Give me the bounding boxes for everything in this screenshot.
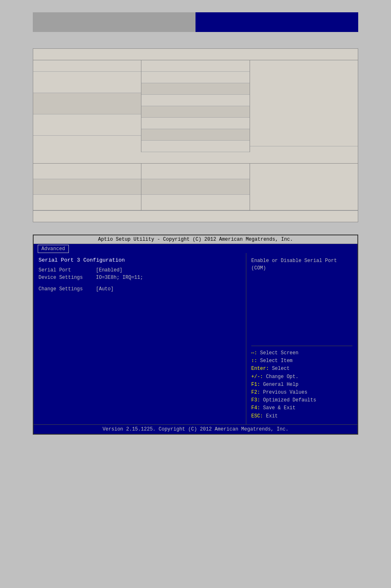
- bios-lower-body: [33, 164, 358, 210]
- bios-label-device-settings: Device Settings: [39, 275, 96, 280]
- bios-cell: [141, 141, 249, 152]
- bios-tab-row: Advanced: [34, 244, 357, 253]
- bios-title-row: [33, 49, 358, 60]
- bios-cell: [33, 60, 141, 72]
- bios-cell: [250, 60, 358, 146]
- bios-divider: [251, 346, 352, 346]
- bios-cell: [141, 72, 249, 83]
- bios-cell: [141, 83, 249, 95]
- bios-top-bar: Aptio Setup Utility - Copyright (C) 2012…: [34, 235, 357, 244]
- bios-tab-label: Advanced: [41, 246, 65, 252]
- bios-cell: [33, 72, 141, 93]
- header-right-label: Advanced: [200, 26, 219, 30]
- bios-help-text: Enable or Disable Serial Port (COM): [251, 257, 352, 272]
- bios-key-screen: ↔: Select Screen: [251, 349, 352, 357]
- bios-cell: [141, 106, 249, 118]
- bios-label-change-settings: Change Settings: [39, 286, 96, 292]
- bios-cell: [141, 179, 249, 195]
- bios-key-f1: F1: General Help: [251, 381, 352, 389]
- bios-cell: [33, 164, 141, 179]
- bios-key-change: +/-: Change Opt.: [251, 373, 352, 381]
- bios-cell: [33, 93, 141, 114]
- bios-top-bar-text: Aptio Setup Utility - Copyright (C) 2012…: [98, 237, 293, 242]
- bios-col-right2: [250, 164, 358, 210]
- bios-footer-text: Version 2.15.1225. Copyright (C) 2012 Am…: [102, 426, 289, 432]
- bios-left-spacer: [39, 294, 241, 367]
- bios-cell: [250, 164, 358, 210]
- bios-cell: [33, 179, 141, 195]
- bios-key-enter: Enter: Select: [251, 365, 352, 373]
- bios-key-f4: F4: Save & Exit: [251, 404, 352, 412]
- bios-spacer: [39, 282, 241, 286]
- bios-field-serial-port[interactable]: Serial Port [Enabled]: [39, 267, 241, 273]
- bios-value-serial-port: [Enabled]: [96, 267, 123, 273]
- bios-col-middle: [141, 60, 250, 152]
- bios-cell: [141, 164, 249, 179]
- bios-left-panel: Serial Port 3 Configuration Serial Port …: [34, 253, 246, 424]
- bios-body: [33, 60, 358, 152]
- bios-col-left: [33, 60, 141, 152]
- bios-key-item: ↕: Select Item: [251, 357, 352, 365]
- bios-cell: [141, 95, 249, 106]
- header-left-label: Main: [37, 26, 47, 30]
- bios-value-device-settings: IO=3E8h; IRQ=11;: [96, 275, 143, 280]
- bios-main-area: Serial Port 3 Configuration Serial Port …: [34, 253, 357, 424]
- bios-label-serial-port: Serial Port: [39, 267, 96, 273]
- bios-col-left2: [33, 164, 141, 210]
- bios-cell: [141, 60, 249, 72]
- bios-field-change-settings[interactable]: Change Settings [Auto]: [39, 286, 241, 292]
- bios-field-device-settings: Device Settings IO=3E8h; IRQ=11;: [39, 275, 241, 280]
- header-right-tab[interactable]: Advanced: [196, 12, 358, 32]
- top-section: Main Advanced: [0, 0, 391, 40]
- bios-keys: ↔: Select Screen ↕: Select Item Enter: S…: [251, 349, 352, 420]
- bios-cell: [141, 129, 249, 141]
- header-bar: Main Advanced: [33, 12, 358, 32]
- bios-cell: [33, 195, 141, 210]
- bios-col-mid2: [141, 164, 250, 210]
- bios-key-f2: F2: Previous Values: [251, 389, 352, 397]
- bios-key-f3: F3: Optimized Defaults: [251, 397, 352, 404]
- bios-cell: [141, 195, 249, 210]
- bios-col-right: [250, 60, 358, 152]
- bios-value-change-settings: [Auto]: [96, 286, 114, 292]
- bios-tab-advanced[interactable]: Advanced: [38, 245, 69, 253]
- bios-section-title: Serial Port 3 Configuration: [39, 257, 241, 263]
- bios-cell: [33, 114, 141, 136]
- bios-bottom-bar: [33, 210, 358, 222]
- bios-screenshot: Aptio Setup Utility - Copyright (C) 2012…: [33, 235, 358, 435]
- bios-key-esc: ESC: Exit: [251, 413, 352, 420]
- header-left-tab[interactable]: Main: [33, 12, 196, 32]
- upper-bios-table: [33, 48, 358, 222]
- bios-footer: Version 2.15.1225. Copyright (C) 2012 Am…: [34, 424, 357, 434]
- bios-cell: [141, 118, 249, 129]
- bios-right-panel: Enable or Disable Serial Port (COM) ↔: S…: [246, 253, 357, 424]
- bios-separator: [33, 152, 358, 164]
